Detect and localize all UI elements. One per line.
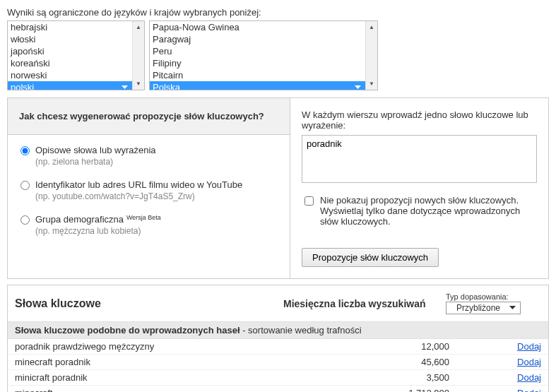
add-link[interactable]: Dodaj xyxy=(517,357,541,367)
radio-hint: (np. zielona herbata) xyxy=(35,157,277,167)
radio-input[interactable] xyxy=(20,215,30,225)
add-link[interactable]: Dodaj xyxy=(517,341,541,352)
svg-marker-0 xyxy=(122,85,128,89)
col-searches: Miesięczna liczba wyszukiwań xyxy=(283,298,446,309)
checkbox-label: Nie pokazuj propozycji nowych słów klucz… xyxy=(320,195,537,227)
radio-hint: (np. youtube.com/watch?v=JgT4aS5_Zrw) xyxy=(35,191,277,201)
results-subheader: Słowa kluczowe podobne do wprowadzonych … xyxy=(8,322,548,339)
options-panel: Jak chcesz wygenerować propozycje słów k… xyxy=(7,97,549,279)
radio-label: Opisowe słowa lub wyrażenia xyxy=(35,145,156,155)
results-panel: Słowa kluczowe Miesięczna liczba wyszuki… xyxy=(7,285,549,392)
scrollbar-down-icon[interactable]: ▼ xyxy=(133,78,144,90)
radio-label: Grupa demograficznaWersja Beta xyxy=(35,214,161,225)
count-cell: 45,600 xyxy=(343,357,471,367)
match-type-select[interactable]: Przybliżone xyxy=(446,302,521,314)
add-link[interactable]: Dodaj xyxy=(517,388,541,392)
scrollbar-up-icon[interactable]: ▲ xyxy=(366,21,377,33)
scrollbar[interactable]: ▲ ▼ xyxy=(132,21,144,90)
list-item[interactable]: Papua-Nowa Gwinea xyxy=(150,21,365,33)
radio-option-demographic[interactable]: Grupa demograficznaWersja Beta (np. mężc… xyxy=(20,214,277,236)
radio-input[interactable] xyxy=(20,181,30,190)
table-row: minecraft1,712,900Dodaj xyxy=(8,386,548,392)
radio-hint: (np. mężczyzna lub kobieta) xyxy=(35,226,277,236)
filter-summary: Wyniki są ograniczone do języków i krajó… xyxy=(7,7,549,18)
beta-badge: Wersja Beta xyxy=(126,214,161,221)
list-item[interactable]: Polska xyxy=(150,81,365,90)
list-item[interactable]: norweski xyxy=(8,69,132,81)
add-link[interactable]: Dodaj xyxy=(517,372,541,383)
checkbox-input[interactable] xyxy=(304,196,314,206)
list-item[interactable]: Filipiny xyxy=(150,57,365,69)
keyword-input-label: W każdym wierszu wprowadź jedno słowo kl… xyxy=(302,109,537,131)
table-row: poradnik prawdziwego mężczyzny12,000Doda… xyxy=(8,339,548,355)
count-cell: 3,500 xyxy=(343,372,471,383)
country-select[interactable]: Papua-Nowa Gwinea Paragwaj Peru Filipiny… xyxy=(149,20,378,90)
radio-option-descriptive[interactable]: Opisowe słowa lub wyrażenia (np. zielona… xyxy=(20,145,277,167)
submit-button[interactable]: Propozycje słów kluczowych xyxy=(302,248,439,267)
results-header: Słowa kluczowe Miesięczna liczba wyszuki… xyxy=(8,285,548,322)
list-item[interactable]: włoski xyxy=(8,33,132,45)
table-row: minecraft poradnik45,600Dodaj xyxy=(8,355,548,370)
keyword-cell: minecraft xyxy=(15,388,343,392)
count-cell: 1,712,900 xyxy=(343,388,471,392)
list-item[interactable]: Pitcairn xyxy=(150,69,365,81)
svg-marker-1 xyxy=(355,85,361,89)
scrollbar-up-icon[interactable]: ▲ xyxy=(133,21,144,33)
radio-option-youtube[interactable]: Identyfikator lub adres URL filmu wideo … xyxy=(20,179,277,201)
list-item[interactable]: Paragwaj xyxy=(150,33,365,45)
keyword-cell: poradnik prawdziwego mężczyzny xyxy=(15,341,343,352)
svg-marker-2 xyxy=(509,306,516,309)
table-row: minicraft poradnik3,500Dodaj xyxy=(8,370,548,386)
list-item[interactable]: japoński xyxy=(8,45,132,57)
chevron-down-icon xyxy=(355,85,361,90)
scrollbar[interactable]: ▲ ▼ xyxy=(365,21,377,90)
language-select[interactable]: hebrajski włoski japoński koreański norw… xyxy=(7,20,145,90)
match-type-label: Typ dopasowania: xyxy=(446,292,541,301)
keyword-textarea[interactable] xyxy=(302,135,537,183)
generation-heading: Jak chcesz wygenerować propozycje słów k… xyxy=(8,98,290,135)
keyword-cell: minicraft poradnik xyxy=(15,372,343,383)
chevron-down-icon xyxy=(509,306,516,310)
list-item[interactable]: Peru xyxy=(150,45,365,57)
chevron-down-icon xyxy=(122,85,128,90)
list-item[interactable]: koreański xyxy=(8,57,132,69)
keyword-cell: minecraft poradnik xyxy=(15,357,343,367)
radio-input[interactable] xyxy=(20,146,30,155)
suppress-new-checkbox[interactable]: Nie pokazuj propozycji nowych słów klucz… xyxy=(302,195,537,227)
list-item[interactable]: polski xyxy=(8,81,132,90)
count-cell: 12,000 xyxy=(343,341,471,352)
scrollbar-down-icon[interactable]: ▼ xyxy=(366,78,377,90)
radio-label: Identyfikator lub adres URL filmu wideo … xyxy=(35,179,242,190)
list-item[interactable]: hebrajski xyxy=(8,21,132,33)
col-keywords: Słowa kluczowe xyxy=(15,297,283,310)
filter-selects: hebrajski włoski japoński koreański norw… xyxy=(7,20,549,90)
